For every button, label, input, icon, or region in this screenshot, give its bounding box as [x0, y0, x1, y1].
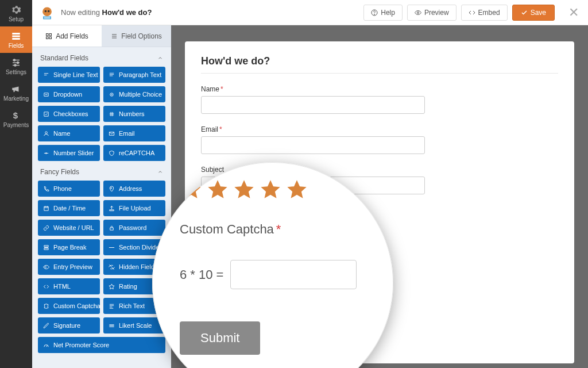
tab-field-options[interactable]: Field Options — [102, 25, 171, 47]
rail-payments[interactable]: $ Payments — [0, 106, 32, 132]
richtext-icon — [109, 303, 115, 309]
field-chip-multiple-choice[interactable]: Multiple Choice — [103, 86, 165, 102]
svg-rect-21 — [47, 37, 49, 39]
calendar-icon — [43, 205, 49, 212]
field-chip-recaptcha[interactable]: reCAPTCHA — [103, 145, 165, 161]
rail-marketing[interactable]: Marketing — [0, 79, 32, 106]
star-icon — [285, 178, 308, 201]
close-icon[interactable]: ✕ — [566, 5, 581, 20]
field-chip-paragraph-text[interactable]: Paragraph Text — [103, 67, 165, 83]
preview-button[interactable]: Preview — [407, 5, 457, 21]
topbar: Now editing How'd we do? Help Preview Em… — [32, 0, 588, 25]
captcha-equation: 6 * 10 = — [180, 267, 223, 282]
captcha-label: Custom Captcha* — [180, 222, 370, 237]
radio-icon — [109, 91, 115, 98]
field-chip-address[interactable]: Address — [103, 181, 165, 197]
field-chip-net-promoter-score[interactable]: Net Promoter Score — [38, 337, 165, 353]
field-chip-password[interactable]: Password — [103, 220, 165, 236]
field-chip-dropdown[interactable]: Dropdown — [38, 86, 100, 102]
sliders-icon — [11, 57, 21, 68]
field-chip-likert-scale[interactable]: Likert Scale — [103, 317, 165, 334]
eye-icon — [43, 264, 49, 270]
text-icon — [43, 72, 49, 78]
svg-point-18 — [417, 12, 419, 13]
fields-panel: Add Fields Field Options Standard Fields… — [32, 25, 171, 368]
upload-icon — [109, 205, 115, 212]
slider-icon — [43, 150, 49, 156]
gauge-icon — [43, 342, 49, 348]
chevron-down-icon — [157, 169, 163, 175]
section-fancy-fields[interactable]: Fancy Fields — [38, 161, 165, 181]
field-chip-single-line-text[interactable]: Single Line Text — [38, 67, 100, 83]
field-chip-numbers[interactable]: Numbers — [103, 106, 165, 122]
embed-button[interactable]: Embed — [461, 5, 508, 21]
field-chip-custom-captcha[interactable]: Custom Captcha — [38, 298, 100, 314]
field-chip-date-time[interactable]: Date / Time — [38, 200, 100, 216]
rail-fields[interactable]: Fields — [0, 26, 32, 53]
mail-icon — [109, 131, 115, 137]
pin-icon — [109, 186, 115, 192]
user-icon — [43, 131, 49, 137]
field-chip-checkboxes[interactable]: Checkboxes — [38, 106, 100, 122]
svg-point-11 — [45, 10, 47, 12]
lock-icon — [109, 225, 115, 231]
field-chip-file-upload[interactable]: File Upload — [103, 200, 165, 216]
field-chip-entry-preview[interactable]: Entry Preview — [38, 259, 100, 275]
captcha-input[interactable] — [230, 260, 357, 289]
svg-rect-2 — [12, 38, 20, 40]
field-chip-signature[interactable]: Signature — [38, 317, 100, 334]
wpforms-icon — [39, 5, 55, 21]
field-chip-number-slider[interactable]: Number Slider — [38, 145, 100, 161]
field-chip-page-break[interactable]: Page Break — [38, 239, 100, 255]
email-input[interactable] — [201, 136, 425, 154]
svg-text:$: $ — [13, 110, 18, 120]
name-label: Name* — [201, 85, 558, 93]
field-chip-html[interactable]: HTML — [38, 278, 100, 294]
sliders-icon — [111, 33, 118, 40]
svg-point-8 — [14, 64, 16, 66]
help-button[interactable]: Help — [363, 5, 403, 21]
divider-icon — [109, 244, 115, 251]
shield-icon — [109, 150, 115, 156]
field-chip-website-url[interactable]: Website / URL — [38, 220, 100, 236]
app-logo — [39, 5, 55, 21]
star-icon — [259, 178, 282, 201]
section-standard-fields[interactable]: Standard Fields — [38, 47, 165, 67]
link-icon — [43, 225, 49, 231]
svg-rect-13 — [43, 16, 51, 19]
paragraph-icon — [109, 72, 115, 78]
svg-point-10 — [42, 7, 52, 16]
save-button[interactable]: Save — [512, 5, 555, 21]
dollar-icon: $ — [11, 110, 21, 121]
gear-icon — [11, 5, 21, 15]
editing-label: Now editing How'd we do? — [61, 8, 152, 17]
code-icon — [43, 283, 49, 290]
megaphone-icon — [11, 84, 21, 94]
check-icon — [521, 9, 528, 16]
chevron-down-icon — [157, 55, 163, 61]
field-chip-name[interactable]: Name — [38, 125, 100, 141]
star-icon — [233, 178, 256, 201]
name-input[interactable] — [201, 96, 425, 114]
eye-icon — [415, 9, 421, 16]
rail-settings[interactable]: Settings — [0, 53, 32, 79]
pagebreak-icon — [43, 244, 49, 251]
hidden-icon — [109, 264, 115, 270]
submit-button[interactable]: Submit — [180, 321, 260, 355]
svg-rect-19 — [47, 33, 49, 36]
tab-add-fields[interactable]: Add Fields — [32, 25, 102, 47]
puzzle-icon — [43, 303, 49, 309]
field-chip-phone[interactable]: Phone — [38, 181, 100, 197]
svg-point-12 — [48, 10, 50, 12]
likert-icon — [109, 323, 115, 329]
rail-setup[interactable]: Setup — [0, 0, 32, 26]
dropdown-icon — [43, 91, 49, 98]
fields-icon — [11, 31, 21, 41]
svg-point-17 — [374, 14, 375, 14]
field-chip-email[interactable]: Email — [103, 125, 165, 141]
email-label: Email* — [201, 125, 558, 133]
left-rail: Setup Fields Settings Marketing $ Paymen… — [0, 0, 32, 368]
form-title: How'd we do? — [201, 55, 558, 67]
star-icon — [109, 283, 115, 290]
svg-rect-0 — [12, 33, 20, 34]
